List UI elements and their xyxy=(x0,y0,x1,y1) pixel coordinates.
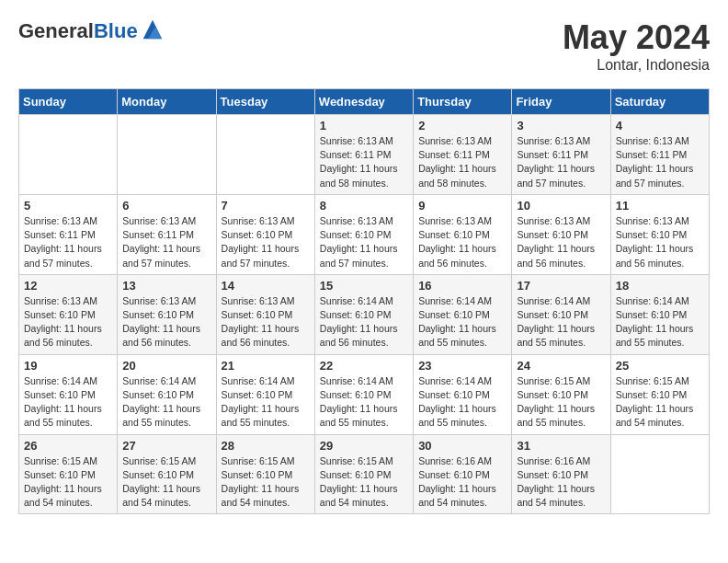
calendar-cell: 9Sunrise: 6:13 AMSunset: 6:10 PMDaylight… xyxy=(414,194,512,274)
calendar-cell: 10Sunrise: 6:13 AMSunset: 6:10 PMDayligh… xyxy=(512,194,610,274)
day-number: 14 xyxy=(222,279,310,293)
logo-icon xyxy=(140,17,165,42)
day-info: Sunrise: 6:14 AMSunset: 6:10 PMDaylight:… xyxy=(320,294,408,350)
calendar-cell: 15Sunrise: 6:14 AMSunset: 6:10 PMDayligh… xyxy=(314,274,413,354)
day-number: 20 xyxy=(122,359,210,373)
logo: GeneralBlue xyxy=(18,18,165,44)
header-saturday: Saturday xyxy=(610,89,709,115)
calendar-cell: 1Sunrise: 6:13 AMSunset: 6:11 PMDaylight… xyxy=(314,115,413,195)
day-info: Sunrise: 6:13 AMSunset: 6:11 PMDaylight:… xyxy=(320,134,408,190)
day-number: 31 xyxy=(517,439,605,453)
header-tuesday: Tuesday xyxy=(216,89,314,115)
calendar-cell: 29Sunrise: 6:15 AMSunset: 6:10 PMDayligh… xyxy=(314,434,413,514)
day-info: Sunrise: 6:14 AMSunset: 6:10 PMDaylight:… xyxy=(122,374,210,431)
day-number: 24 xyxy=(517,359,605,373)
day-info: Sunrise: 6:14 AMSunset: 6:10 PMDaylight:… xyxy=(320,374,408,431)
calendar-cell: 13Sunrise: 6:13 AMSunset: 6:10 PMDayligh… xyxy=(118,274,216,354)
calendar-cell xyxy=(118,115,216,195)
calendar-cell xyxy=(216,115,314,195)
day-info: Sunrise: 6:13 AMSunset: 6:11 PMDaylight:… xyxy=(122,214,210,270)
day-info: Sunrise: 6:14 AMSunset: 6:10 PMDaylight:… xyxy=(616,294,704,350)
day-number: 1 xyxy=(320,119,408,132)
day-number: 3 xyxy=(517,119,605,132)
page-header: GeneralBlue May 2024 Lontar, Indonesia xyxy=(18,18,710,74)
day-info: Sunrise: 6:16 AMSunset: 6:10 PMDaylight:… xyxy=(418,454,506,511)
day-number: 15 xyxy=(320,279,408,293)
calendar-cell: 19Sunrise: 6:14 AMSunset: 6:10 PMDayligh… xyxy=(19,354,118,434)
day-number: 13 xyxy=(122,279,210,293)
day-info: Sunrise: 6:15 AMSunset: 6:10 PMDaylight:… xyxy=(517,374,605,431)
week-row-2: 5Sunrise: 6:13 AMSunset: 6:11 PMDaylight… xyxy=(19,194,710,274)
day-info: Sunrise: 6:15 AMSunset: 6:10 PMDaylight:… xyxy=(222,454,310,511)
calendar-cell: 2Sunrise: 6:13 AMSunset: 6:11 PMDaylight… xyxy=(414,115,512,195)
day-number: 5 xyxy=(24,199,112,213)
week-row-4: 19Sunrise: 6:14 AMSunset: 6:10 PMDayligh… xyxy=(19,354,710,434)
title-block: May 2024 Lontar, Indonesia xyxy=(563,18,710,74)
day-number: 16 xyxy=(418,279,506,293)
day-info: Sunrise: 6:13 AMSunset: 6:10 PMDaylight:… xyxy=(222,214,310,270)
calendar-cell: 22Sunrise: 6:14 AMSunset: 6:10 PMDayligh… xyxy=(314,354,413,434)
day-number: 30 xyxy=(418,439,506,453)
calendar-cell: 8Sunrise: 6:13 AMSunset: 6:10 PMDaylight… xyxy=(314,194,413,274)
calendar-cell: 31Sunrise: 6:16 AMSunset: 6:10 PMDayligh… xyxy=(512,434,610,514)
day-info: Sunrise: 6:15 AMSunset: 6:10 PMDaylight:… xyxy=(320,454,408,511)
day-info: Sunrise: 6:14 AMSunset: 6:10 PMDaylight:… xyxy=(24,374,112,431)
day-number: 8 xyxy=(320,199,408,213)
day-number: 4 xyxy=(616,119,704,132)
calendar-cell: 26Sunrise: 6:15 AMSunset: 6:10 PMDayligh… xyxy=(19,434,118,514)
day-info: Sunrise: 6:16 AMSunset: 6:10 PMDaylight:… xyxy=(517,454,605,511)
day-info: Sunrise: 6:13 AMSunset: 6:10 PMDaylight:… xyxy=(418,214,506,270)
calendar-cell xyxy=(19,115,118,195)
week-row-3: 12Sunrise: 6:13 AMSunset: 6:10 PMDayligh… xyxy=(19,274,710,354)
day-number: 23 xyxy=(418,359,506,373)
day-number: 25 xyxy=(616,359,704,373)
week-row-1: 1Sunrise: 6:13 AMSunset: 6:11 PMDaylight… xyxy=(19,115,710,195)
day-number: 27 xyxy=(122,439,210,453)
day-info: Sunrise: 6:13 AMSunset: 6:10 PMDaylight:… xyxy=(24,294,112,350)
day-info: Sunrise: 6:13 AMSunset: 6:10 PMDaylight:… xyxy=(122,294,210,350)
calendar-cell: 24Sunrise: 6:15 AMSunset: 6:10 PMDayligh… xyxy=(512,354,610,434)
day-info: Sunrise: 6:15 AMSunset: 6:10 PMDaylight:… xyxy=(616,374,704,431)
calendar-cell: 11Sunrise: 6:13 AMSunset: 6:10 PMDayligh… xyxy=(610,194,709,274)
calendar-cell: 23Sunrise: 6:14 AMSunset: 6:10 PMDayligh… xyxy=(414,354,512,434)
calendar-header-row: SundayMondayTuesdayWednesdayThursdayFrid… xyxy=(19,89,710,115)
day-number: 29 xyxy=(320,439,408,453)
day-info: Sunrise: 6:15 AMSunset: 6:10 PMDaylight:… xyxy=(24,454,112,511)
day-info: Sunrise: 6:15 AMSunset: 6:10 PMDaylight:… xyxy=(122,454,210,511)
day-number: 11 xyxy=(616,199,704,213)
day-number: 22 xyxy=(320,359,408,373)
calendar-cell: 18Sunrise: 6:14 AMSunset: 6:10 PMDayligh… xyxy=(610,274,709,354)
day-info: Sunrise: 6:13 AMSunset: 6:10 PMDaylight:… xyxy=(222,294,310,350)
day-number: 28 xyxy=(222,439,310,453)
day-info: Sunrise: 6:13 AMSunset: 6:11 PMDaylight:… xyxy=(517,134,605,190)
calendar-cell: 5Sunrise: 6:13 AMSunset: 6:11 PMDaylight… xyxy=(19,194,118,274)
week-row-5: 26Sunrise: 6:15 AMSunset: 6:10 PMDayligh… xyxy=(19,434,710,514)
logo-general-text: General xyxy=(18,19,94,42)
calendar-cell: 14Sunrise: 6:13 AMSunset: 6:10 PMDayligh… xyxy=(216,274,314,354)
calendar-table: SundayMondayTuesdayWednesdayThursdayFrid… xyxy=(18,88,710,514)
day-number: 9 xyxy=(418,199,506,213)
day-number: 21 xyxy=(222,359,310,373)
calendar-cell: 3Sunrise: 6:13 AMSunset: 6:11 PMDaylight… xyxy=(512,115,610,195)
calendar-cell: 16Sunrise: 6:14 AMSunset: 6:10 PMDayligh… xyxy=(414,274,512,354)
day-info: Sunrise: 6:14 AMSunset: 6:10 PMDaylight:… xyxy=(418,294,506,350)
day-info: Sunrise: 6:14 AMSunset: 6:10 PMDaylight:… xyxy=(517,294,605,350)
calendar-cell: 28Sunrise: 6:15 AMSunset: 6:10 PMDayligh… xyxy=(216,434,314,514)
day-number: 26 xyxy=(24,439,112,453)
day-info: Sunrise: 6:13 AMSunset: 6:10 PMDaylight:… xyxy=(616,214,704,270)
calendar-cell: 17Sunrise: 6:14 AMSunset: 6:10 PMDayligh… xyxy=(512,274,610,354)
calendar-cell: 7Sunrise: 6:13 AMSunset: 6:10 PMDaylight… xyxy=(216,194,314,274)
header-sunday: Sunday xyxy=(19,89,118,115)
day-number: 10 xyxy=(517,199,605,213)
calendar-cell xyxy=(610,434,709,514)
header-monday: Monday xyxy=(118,89,216,115)
calendar-cell: 30Sunrise: 6:16 AMSunset: 6:10 PMDayligh… xyxy=(414,434,512,514)
calendar-cell: 6Sunrise: 6:13 AMSunset: 6:11 PMDaylight… xyxy=(118,194,216,274)
calendar-cell: 21Sunrise: 6:14 AMSunset: 6:10 PMDayligh… xyxy=(216,354,314,434)
day-info: Sunrise: 6:13 AMSunset: 6:11 PMDaylight:… xyxy=(24,214,112,270)
header-wednesday: Wednesday xyxy=(314,89,413,115)
day-number: 7 xyxy=(222,199,310,213)
day-info: Sunrise: 6:13 AMSunset: 6:11 PMDaylight:… xyxy=(418,134,506,190)
calendar-cell: 27Sunrise: 6:15 AMSunset: 6:10 PMDayligh… xyxy=(118,434,216,514)
day-info: Sunrise: 6:13 AMSunset: 6:10 PMDaylight:… xyxy=(320,214,408,270)
